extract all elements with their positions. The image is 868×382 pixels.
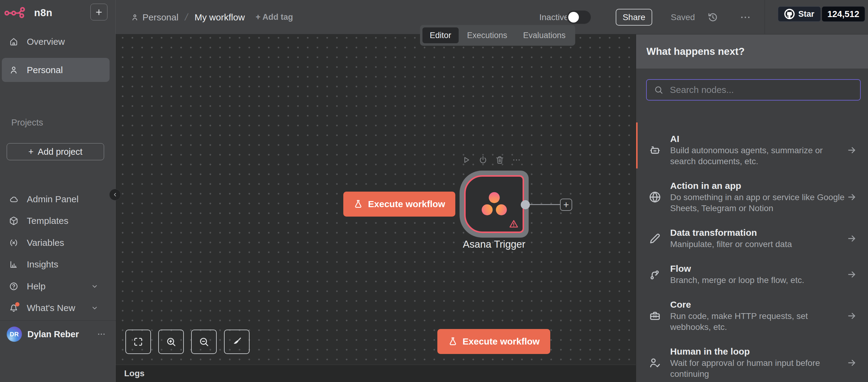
tab-executions[interactable]: Executions xyxy=(460,27,515,43)
category-title: Human in the loop xyxy=(670,346,847,357)
cloud-icon xyxy=(9,195,18,204)
sidebar: n8n Overview Personal Projects + Add pro… xyxy=(0,0,116,382)
github-star-widget[interactable]: Star 124,512 xyxy=(778,6,865,22)
avatar: DR xyxy=(7,327,22,342)
package-icon xyxy=(9,216,18,226)
user-icon xyxy=(9,65,18,75)
sidebar-item-admin-panel[interactable]: Admin Panel xyxy=(0,190,116,208)
execute-workflow-button-bottom[interactable]: Execute workflow xyxy=(437,329,550,354)
zoom-in-icon xyxy=(166,336,176,347)
category-description: Do something in an app or service like G… xyxy=(670,192,847,214)
bar-chart-icon xyxy=(9,260,18,269)
flask-icon xyxy=(448,336,458,346)
new-workflow-button[interactable] xyxy=(90,4,107,21)
variables-icon xyxy=(9,238,18,247)
category-flow[interactable]: Flow Branch, merge or loop the flow, etc… xyxy=(636,257,868,292)
sidebar-item-help[interactable]: Help xyxy=(0,277,116,295)
saved-status: Saved xyxy=(671,0,695,34)
bell-icon xyxy=(9,303,18,313)
n8n-app: n8n Overview Personal Projects + Add pro… xyxy=(0,0,868,382)
delete-node-icon[interactable] xyxy=(495,155,504,165)
category-text: Flow Branch, merge or loop the flow, etc… xyxy=(670,263,847,286)
node-options-icon[interactable] xyxy=(512,155,521,165)
sidebar-item-label: What's New xyxy=(27,303,75,313)
zoom-in-button[interactable] xyxy=(158,330,184,354)
brand-name: n8n xyxy=(34,7,52,19)
search-input[interactable] xyxy=(670,85,853,95)
tidy-up-icon xyxy=(231,336,242,347)
category-action-in-app[interactable]: Action in an app Do something in an app … xyxy=(636,174,868,221)
node-search[interactable] xyxy=(646,79,861,100)
add-connected-node-button[interactable]: + xyxy=(560,199,572,211)
sidebar-item-personal[interactable]: Personal xyxy=(2,58,110,82)
category-core[interactable]: Core Run code, make HTTP requests, set w… xyxy=(636,292,868,340)
tidy-up-button[interactable] xyxy=(224,330,250,354)
view-tabs: Editor Executions Evaluations xyxy=(420,25,575,46)
user-check-icon xyxy=(648,356,662,370)
collapse-sidebar-button[interactable] xyxy=(109,189,121,201)
category-title: Action in an app xyxy=(670,180,847,191)
category-text: Data transformation Manipulate, filter o… xyxy=(670,227,847,250)
category-title: AI xyxy=(670,134,847,144)
category-text: Human in the loop Wait for approval or h… xyxy=(670,346,847,380)
github-icon xyxy=(784,9,795,19)
github-star-button[interactable]: Star xyxy=(778,6,821,22)
tab-editor[interactable]: Editor xyxy=(423,27,459,43)
toolbox-icon xyxy=(648,309,662,323)
plus-glyph: + xyxy=(28,147,33,157)
category-description: Branch, merge or loop the flow, etc. xyxy=(670,275,847,286)
logs-label: Logs xyxy=(124,369,145,378)
node-category-list: AI Build autonomous agents, summarize or… xyxy=(636,127,868,382)
toggle-knob xyxy=(568,12,579,23)
home-icon xyxy=(9,37,18,46)
sidebar-divider xyxy=(0,320,116,321)
category-title: Flow xyxy=(670,263,847,274)
user-menu[interactable]: DR Dylan Reber xyxy=(7,327,109,342)
sidebar-item-label: Templates xyxy=(27,216,68,226)
add-project-button[interactable]: + Add project xyxy=(7,143,104,160)
sidebar-item-overview[interactable]: Overview xyxy=(0,33,116,51)
node-toolbar xyxy=(462,155,521,165)
category-text: AI Build autonomous agents, summarize or… xyxy=(670,134,847,167)
workflow-title[interactable]: My workflow xyxy=(194,12,245,23)
breadcrumb: Personal / My workflow xyxy=(131,0,245,34)
category-ai[interactable]: AI Build autonomous agents, summarize or… xyxy=(636,127,868,174)
workflow-menu-icon[interactable] xyxy=(740,13,750,21)
node-label: Asana Trigger xyxy=(460,238,529,250)
add-tag-button[interactable]: + Add tag xyxy=(256,0,293,34)
zoom-out-icon xyxy=(199,336,209,347)
disable-node-icon[interactable] xyxy=(478,155,488,165)
topbar-divider xyxy=(765,0,765,34)
execute-workflow-button[interactable]: Execute workflow xyxy=(343,192,455,216)
asana-trigger-node[interactable] xyxy=(460,171,529,238)
arrow-right-icon xyxy=(847,192,857,202)
arrow-right-icon xyxy=(847,311,857,321)
github-star-count[interactable]: 124,512 xyxy=(822,6,865,22)
projects-section-label: Projects xyxy=(11,118,43,128)
sidebar-item-insights[interactable]: Insights xyxy=(0,255,116,273)
ellipsis-icon[interactable] xyxy=(97,330,106,339)
category-title: Core xyxy=(670,299,847,310)
sidebar-item-templates[interactable]: Templates xyxy=(0,212,116,230)
history-icon[interactable] xyxy=(707,12,718,23)
category-description: Wait for approval or human input before … xyxy=(670,358,847,380)
share-button[interactable]: Share xyxy=(616,9,652,26)
zoom-out-button[interactable] xyxy=(191,330,217,354)
zoom-to-fit-button[interactable] xyxy=(125,330,151,354)
logs-panel-header[interactable]: Logs xyxy=(116,365,636,382)
breadcrumb-project[interactable]: Personal xyxy=(131,12,178,23)
tab-evaluations[interactable]: Evaluations xyxy=(516,27,573,43)
plus-icon xyxy=(94,8,103,17)
category-data-transformation[interactable]: Data transformation Manipulate, filter o… xyxy=(636,221,868,257)
star-label: Star xyxy=(798,9,814,19)
sidebar-item-variables[interactable]: Variables xyxy=(0,234,116,252)
sidebar-item-whats-new[interactable]: What's New xyxy=(0,299,116,317)
active-toggle[interactable] xyxy=(567,10,591,24)
run-node-icon[interactable] xyxy=(462,155,471,165)
category-human-in-the-loop[interactable]: Human in the loop Wait for approval or h… xyxy=(636,340,868,382)
asana-logo-icon xyxy=(479,191,509,217)
category-description: Build autonomous agents, summarize or se… xyxy=(670,145,847,167)
workflow-canvas[interactable]: Execute workflow xyxy=(116,34,636,365)
node-output-port[interactable] xyxy=(521,200,530,209)
canvas-controls xyxy=(125,330,250,354)
